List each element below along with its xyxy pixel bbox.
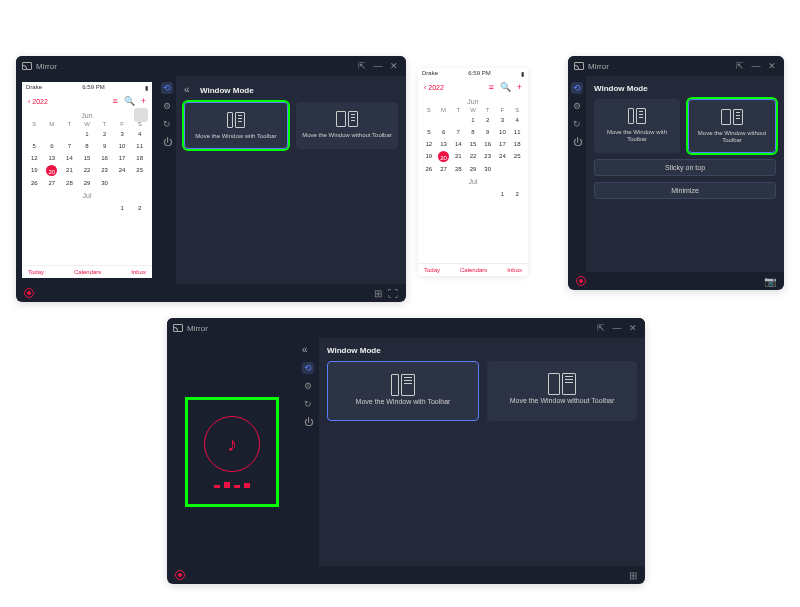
history-icon[interactable]: ↻ [161,118,173,130]
minimize-button-wide[interactable]: Minimize [594,182,776,199]
music-playing-indicator: ♪ [188,400,276,504]
mirror-window-2: Mirror ⇱ — ✕ ⟲ ⚙ ↻ ⏻ Window Mode Move th… [568,56,784,290]
panel-title: Window Mode [594,84,776,93]
add-icon[interactable]: + [517,82,522,92]
list-icon[interactable]: ≡ [488,82,493,92]
titlebar: Mirror ⇱ — ✕ [16,56,406,76]
bottom-bar: ⊞ ⛶ [16,284,406,302]
card-without-toolbar[interactable]: Move the Window without Toolbar [296,102,398,149]
pin-button[interactable]: ⇱ [595,322,607,334]
card-with-toolbar[interactable]: Move the Window with Toolbar [594,99,680,153]
minimize-button[interactable]: — [611,322,623,334]
pin-button[interactable]: ⇱ [734,60,746,72]
calendar-grid-jul[interactable]: 12 [22,201,152,215]
app-title: Mirror [588,62,609,71]
card-with-toolbar[interactable]: Move the Window with Toolbar [327,361,479,421]
panel-title: Window Mode [200,86,254,95]
search-icon[interactable]: 🔍 [500,82,511,92]
add-icon[interactable]: + [141,96,146,106]
calendar-back[interactable]: ‹ 2022 [28,98,48,105]
mirrored-phone: Drake 6:59 PM ▮ ‹ 2022 ≡ 🔍 + Jun SMTWTFS… [22,82,152,278]
card-label: Move the Window with Toolbar [195,133,276,140]
status-battery-icon: ▮ [145,84,148,91]
card-without-toolbar[interactable]: Move the Window without Toolbar [688,99,776,153]
mirror-window-1: Mirror ⇱ — ✕ Drake 6:59 PM ▮ ‹ 2022 ≡ 🔍 … [16,56,406,302]
layout-icon[interactable]: ⊞ [629,570,637,581]
card-without-toolbar[interactable]: Move the Window without Toolbar [487,361,637,421]
foot-calendars[interactable]: Calendars [74,269,101,275]
note-icon: ♪ [227,433,237,456]
sticky-button[interactable]: Sticky on top [594,159,776,176]
record-button[interactable] [24,288,34,298]
settings-panel: « Window Mode Move the Window with Toolb… [176,76,406,284]
status-carrier: Drake [26,84,42,90]
chevron-left-icon[interactable]: « [184,84,196,96]
today-cell: 20 [46,165,57,176]
foot-inbox[interactable]: Inbox [131,269,146,275]
cast-icon [574,62,584,70]
mirror-window-3: Mirror ⇱ — ✕ ♪ « ⟲ ⚙ ↻ ⏻ Window Mode [167,318,645,584]
collapse-icon[interactable]: « [302,344,314,356]
equalizer-icon [214,480,250,488]
settings-icon[interactable]: ⚙ [161,100,173,112]
card-label: Move the Window without Toolbar [302,132,392,139]
fullscreen-icon[interactable]: ⛶ [388,288,398,299]
music-circle: ♪ [204,416,260,472]
cast-icon [22,62,32,70]
app-title: Mirror [187,324,208,333]
minimize-button[interactable]: — [372,60,384,72]
cast-icon [173,324,183,332]
record-button[interactable] [576,276,586,286]
close-button[interactable]: ✕ [388,60,400,72]
history-icon[interactable]: ↻ [302,398,314,410]
close-button[interactable]: ✕ [766,60,778,72]
month-label: Jun [22,112,152,119]
mirror-content: ♪ [167,338,297,566]
calendar-grid[interactable]: 1234 567891011 12131415161718 1920212223… [22,127,152,190]
layout-icon[interactable]: ⊞ [374,288,382,299]
next-month-label: Jul [22,192,152,199]
link-icon[interactable]: ⟲ [302,362,314,374]
side-toolbar: « ⟲ ⚙ ↻ ⏻ [297,338,319,566]
settings-icon[interactable]: ⚙ [571,100,583,112]
detached-phone[interactable]: Drake6:59 PM▮ ‹ 2022 ≡🔍+ Jun SMTWTFS 123… [418,68,528,276]
minimize-button[interactable]: — [750,60,762,72]
pin-button[interactable]: ⇱ [356,60,368,72]
status-time: 6:59 PM [82,84,104,90]
list-icon[interactable]: ≡ [112,96,117,106]
camera-icon[interactable]: 📷 [764,276,776,287]
settings-icon[interactable]: ⚙ [302,380,314,392]
settings-panel: Window Mode Move the Window with Toolbar… [586,76,784,272]
new-event-box[interactable] [134,108,148,122]
link-icon[interactable]: ⟲ [571,82,583,94]
phone-statusbar: Drake 6:59 PM ▮ [22,82,152,92]
settings-panel: Window Mode Move the Window with Toolbar… [319,338,645,566]
card-with-toolbar[interactable]: Move the Window with Toolbar [184,102,288,149]
record-button[interactable] [175,570,185,580]
power-icon[interactable]: ⏻ [571,136,583,148]
search-icon[interactable]: 🔍 [124,96,135,106]
history-icon[interactable]: ↻ [571,118,583,130]
power-icon[interactable]: ⏻ [161,136,173,148]
foot-today[interactable]: Today [28,269,44,275]
calendar-back[interactable]: ‹ 2022 [424,84,444,91]
side-toolbar: ⟲ ⚙ ↻ ⏻ [568,76,586,272]
app-title: Mirror [36,62,57,71]
side-toolbar: ⟲ ⚙ ↻ ⏻ [158,76,176,284]
power-icon[interactable]: ⏻ [302,416,314,428]
panel-title: Window Mode [327,346,637,355]
close-button[interactable]: ✕ [627,322,639,334]
link-icon[interactable]: ⟲ [161,82,173,94]
